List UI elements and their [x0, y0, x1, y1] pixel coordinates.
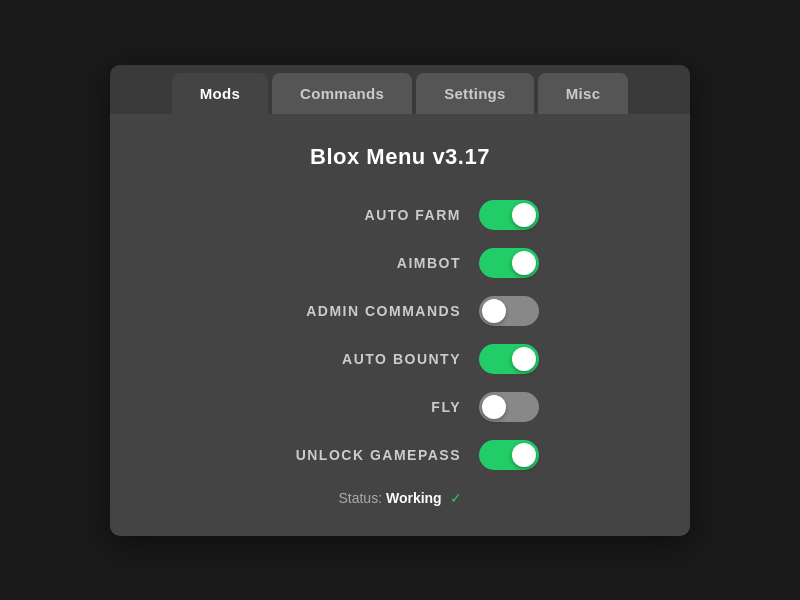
toggle-knob-fly	[482, 395, 506, 419]
toggle-list: AUTO FARMAIMBOTADMIN COMMANDSAUTO BOUNTY…	[150, 200, 650, 470]
app-title: Blox Menu v3.17	[150, 144, 650, 170]
toggle-row-unlock-gamepass: UNLOCK GAMEPASS	[150, 440, 650, 470]
toggle-switch-auto-farm[interactable]	[479, 200, 539, 230]
toggle-label-aimbot: AIMBOT	[261, 255, 461, 271]
toggle-switch-aimbot[interactable]	[479, 248, 539, 278]
toggle-label-unlock-gamepass: UNLOCK GAMEPASS	[261, 447, 461, 463]
toggle-knob-admin-commands	[482, 299, 506, 323]
toggle-row-aimbot: AIMBOT	[150, 248, 650, 278]
toggle-label-fly: FLY	[261, 399, 461, 415]
tab-mods[interactable]: Mods	[172, 73, 268, 114]
toggle-row-auto-bounty: AUTO BOUNTY	[150, 344, 650, 374]
tab-commands[interactable]: Commands	[272, 73, 412, 114]
toggle-label-admin-commands: ADMIN COMMANDS	[261, 303, 461, 319]
status-check-icon: ✓	[450, 490, 462, 506]
toggle-row-admin-commands: ADMIN COMMANDS	[150, 296, 650, 326]
toggle-knob-auto-farm	[512, 203, 536, 227]
toggle-row-auto-farm: AUTO FARM	[150, 200, 650, 230]
toggle-label-auto-farm: AUTO FARM	[261, 207, 461, 223]
toggle-label-auto-bounty: AUTO BOUNTY	[261, 351, 461, 367]
toggle-switch-auto-bounty[interactable]	[479, 344, 539, 374]
main-content: Blox Menu v3.17 AUTO FARMAIMBOTADMIN COM…	[110, 114, 690, 536]
status-prefix: Status:	[338, 490, 382, 506]
toggle-switch-unlock-gamepass[interactable]	[479, 440, 539, 470]
status-bar: Status: Working ✓	[150, 490, 650, 506]
toggle-switch-fly[interactable]	[479, 392, 539, 422]
tab-bar: Mods Commands Settings Misc	[110, 65, 690, 114]
tab-misc[interactable]: Misc	[538, 73, 629, 114]
app-window: Mods Commands Settings Misc Blox Menu v3…	[110, 65, 690, 536]
toggle-switch-admin-commands[interactable]	[479, 296, 539, 326]
toggle-knob-auto-bounty	[512, 347, 536, 371]
toggle-knob-aimbot	[512, 251, 536, 275]
status-value: Working	[386, 490, 442, 506]
tab-settings[interactable]: Settings	[416, 73, 534, 114]
toggle-row-fly: FLY	[150, 392, 650, 422]
toggle-knob-unlock-gamepass	[512, 443, 536, 467]
